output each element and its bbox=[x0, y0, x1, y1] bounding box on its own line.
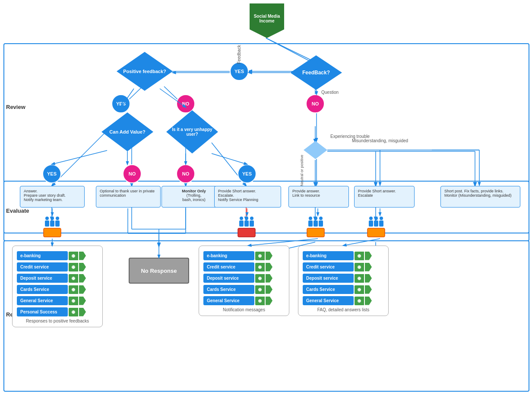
svg-rect-45 bbox=[314, 220, 318, 227]
service-btn-deposit-4: Deposit service bbox=[303, 274, 384, 283]
svg-point-42 bbox=[250, 217, 253, 220]
service-btn-personal-1: Personal Success bbox=[17, 307, 98, 316]
svg-rect-43 bbox=[307, 228, 324, 237]
unhappy-no-circle: NO bbox=[176, 164, 195, 183]
service-btn-deposit-1: Deposit service bbox=[17, 274, 98, 283]
review-label: Review bbox=[6, 104, 25, 110]
svg-rect-50 bbox=[367, 228, 385, 237]
service-btn-credit-4: Credit service bbox=[303, 262, 384, 271]
box3-title: Monitor Only bbox=[182, 189, 206, 193]
service-btn-general-4: General Service bbox=[303, 296, 384, 305]
service-btn-general-1: General Service bbox=[17, 296, 98, 305]
person-icon-1 bbox=[41, 216, 63, 240]
question-label: Question bbox=[321, 90, 339, 95]
svg-point-56 bbox=[380, 217, 383, 220]
svg-point-47 bbox=[309, 217, 312, 220]
svg-rect-37 bbox=[239, 220, 244, 227]
svg-rect-52 bbox=[374, 220, 378, 227]
svg-rect-31 bbox=[50, 220, 54, 227]
misunderstanding-label: Misunderstanding, misguided bbox=[352, 138, 408, 143]
action-box-4: Provide Short answer. Escalate. Notify S… bbox=[214, 186, 281, 208]
evaluate-label: Evaluate bbox=[6, 208, 29, 214]
service-group-1: e-banking Credit service Deposit service bbox=[12, 246, 103, 327]
svg-rect-32 bbox=[55, 220, 60, 227]
svg-point-54 bbox=[369, 217, 373, 220]
service-btn-credit-1: Credit service bbox=[17, 262, 98, 271]
service-btn-cards-1: Cards Service bbox=[17, 285, 98, 294]
group1-label: Responses to positive feedbacks bbox=[17, 319, 98, 323]
flowchart-container: Review Evaluate Respond Social Media Inc… bbox=[0, 0, 532, 396]
top-node: Social Media Income bbox=[250, 3, 284, 38]
action-box-2: Optional to thank user in private commun… bbox=[96, 186, 161, 208]
no-response-box: No Response bbox=[129, 258, 189, 284]
service-btn-general-3: General Service bbox=[203, 296, 285, 305]
svg-point-35 bbox=[56, 217, 59, 220]
person-icon-4 bbox=[365, 216, 387, 240]
unhappy-yes-circle: YES bbox=[238, 164, 256, 183]
person-icon-3 bbox=[305, 216, 326, 240]
add-value-no-circle: NO bbox=[123, 164, 142, 183]
service-btn-ebanking-1: e-banking bbox=[17, 251, 98, 260]
svg-rect-29 bbox=[44, 228, 61, 237]
svg-rect-46 bbox=[319, 220, 323, 227]
svg-point-48 bbox=[314, 217, 317, 220]
group3-label: Notification messages bbox=[203, 307, 285, 312]
person-icon-2 bbox=[236, 216, 257, 240]
box3-subtitle: (Trolling, bash, ironics) bbox=[182, 193, 206, 202]
service-btn-cards-3: Cards Service bbox=[203, 285, 285, 294]
group4-label: FAQ, detailed answers lists bbox=[303, 307, 384, 312]
action-box-5: Provide answer. Link to resource bbox=[288, 186, 349, 208]
svg-point-41 bbox=[245, 217, 248, 220]
service-group-3: e-banking Credit service Deposit service bbox=[199, 246, 289, 316]
feedback-line-label: Feedback bbox=[237, 45, 241, 64]
svg-rect-30 bbox=[45, 220, 49, 227]
svg-rect-39 bbox=[250, 220, 254, 227]
feedback-yes-circle: YES bbox=[230, 62, 249, 81]
svg-rect-44 bbox=[308, 220, 313, 227]
service-btn-ebanking-3: e-banking bbox=[203, 251, 285, 260]
feedbackq-no-circle: NO bbox=[306, 94, 325, 113]
neutral-positive-label: Neutral or positive bbox=[300, 155, 304, 186]
service-btn-ebanking-4: e-banking bbox=[303, 251, 384, 260]
svg-rect-51 bbox=[369, 220, 373, 227]
svg-rect-53 bbox=[379, 220, 383, 227]
svg-point-49 bbox=[319, 217, 323, 220]
action-box-1: Answer. Prepare user story draft. Notify… bbox=[20, 186, 85, 208]
svg-point-34 bbox=[51, 217, 54, 220]
svg-point-55 bbox=[374, 217, 378, 220]
add-value-yes-circle: YES bbox=[42, 164, 61, 183]
service-group-4: e-banking Credit service Deposit service bbox=[298, 246, 389, 316]
service-btn-credit-3: Credit service bbox=[203, 262, 285, 271]
svg-point-40 bbox=[240, 217, 243, 220]
service-btn-deposit-3: Deposit service bbox=[203, 274, 285, 283]
svg-point-33 bbox=[45, 217, 49, 220]
service-btn-cards-4: Cards Service bbox=[303, 285, 384, 294]
pos-yes-circle: YES bbox=[111, 94, 130, 113]
action-box-7: Short post. Fix facts, provide links. Mo… bbox=[440, 186, 520, 208]
action-box-6: Provide Short answer. Escalate bbox=[354, 186, 415, 208]
svg-rect-36 bbox=[238, 228, 255, 237]
svg-rect-38 bbox=[244, 220, 249, 227]
